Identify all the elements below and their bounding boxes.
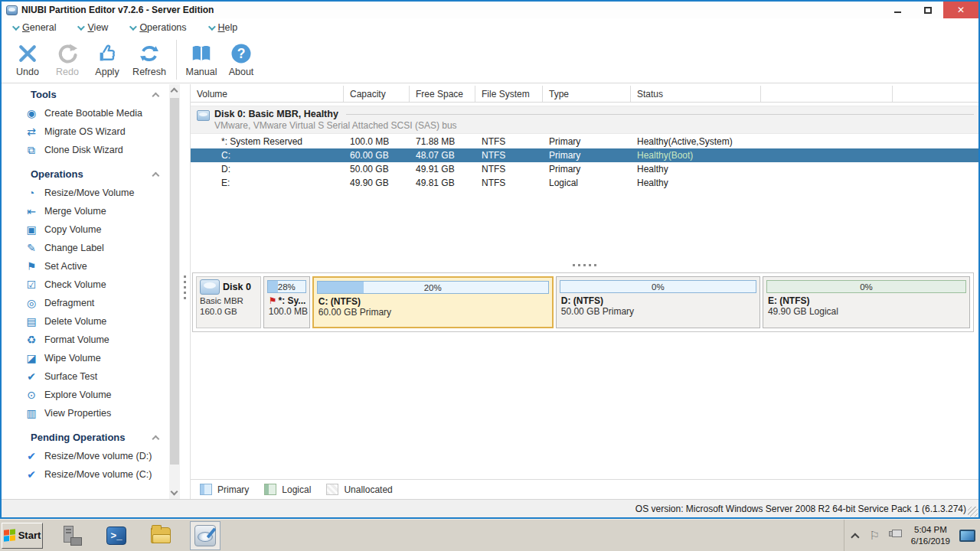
pending-check-icon: ✔ [24, 450, 38, 462]
undo-icon [16, 42, 39, 65]
resize-grip[interactable] [968, 507, 978, 517]
display-icon[interactable] [959, 530, 975, 542]
divider [346, 114, 974, 115]
close-icon: ✕ [957, 5, 965, 15]
sidebar-item-resize-move-volume[interactable]: ◔ Resize/Move Volume [2, 184, 180, 202]
manual-book-icon [190, 42, 213, 65]
start-button[interactable]: Start [2, 523, 43, 549]
sidebar-section-operations[interactable]: Operations [2, 164, 180, 184]
column-header-free-space[interactable]: Free Space [410, 86, 475, 102]
partition-block-system-reserved[interactable]: 28% ⚑*: Sy... 100.0 MB [263, 276, 310, 328]
toolbar: Undo Redo Apply [2, 37, 978, 83]
sidebar-scrollbar[interactable] [169, 84, 180, 499]
partition-block-c[interactable]: 20% C: (NTFS) 60.00 GB Primary [312, 276, 554, 328]
action-center-flag-icon[interactable]: ⚐ [869, 529, 879, 543]
column-header-capacity[interactable]: Capacity [344, 86, 410, 102]
sidebar-item-check-volume[interactable]: ☑ Check Volume [2, 276, 180, 294]
column-header-file-system[interactable]: File System [475, 86, 543, 102]
taskbar-powershell-button[interactable]: >_ [101, 521, 132, 550]
sidebar-item-create-bootable-media[interactable]: ◉ Create Bootable Media [2, 104, 180, 122]
partition-detail: 60.00 GB Primary [314, 307, 552, 318]
horizontal-splitter[interactable] [191, 260, 978, 269]
table-row-c[interactable]: C: 60.00 GB 48.07 GB NTFS Primary Health… [191, 148, 978, 162]
menubar: General View Operations Help [2, 18, 978, 37]
column-header-volume[interactable]: Volume [191, 86, 344, 102]
usage-bar: 0% [766, 280, 966, 293]
primary-swatch-icon [200, 484, 212, 495]
sidebar-item-delete-volume[interactable]: ▤ Delete Volume [2, 312, 180, 331]
disk-info-block[interactable]: Disk 0 Basic MBR 160.0 GB [196, 276, 261, 328]
apply-button[interactable]: Apply [87, 39, 127, 80]
menu-general[interactable]: General [12, 22, 56, 33]
server-manager-icon [62, 526, 82, 546]
system-tray: ⚐ 5:04 PM 6/16/2019 [844, 520, 980, 551]
table-row-system-reserved[interactable]: *: System Reserved 100.0 MB 71.88 MB NTF… [191, 135, 978, 148]
partition-block-d[interactable]: 0% D: (NTFS) 50.00 GB Primary [556, 276, 760, 328]
chevron-down-icon [12, 23, 20, 31]
sidebar-item-change-label[interactable]: ✎ Change Label [2, 239, 180, 257]
sidebar-item-explore-volume[interactable]: ⊙ Explore Volume [2, 386, 180, 404]
tray-expand-chevron-icon[interactable] [851, 533, 860, 541]
logical-swatch-icon [264, 484, 276, 495]
explore-volume-icon: ⊙ [24, 389, 38, 401]
sidebar-item-merge-volume[interactable]: ⇤ Merge Volume [2, 202, 180, 220]
sidebar: Tools ◉ Create Bootable Media ⇄ Migrate … [2, 84, 180, 499]
chevron-down-icon [129, 23, 137, 31]
statusbar: OS version: Microsoft Windows Server 200… [2, 499, 978, 517]
disk-group-row[interactable]: Disk 0: Basic MBR, Healthy VMware, VMwar… [191, 106, 978, 134]
sidebar-item-wipe-volume[interactable]: ◪ Wipe Volume [2, 349, 180, 367]
collapse-chevron-icon [152, 171, 159, 179]
column-header-type[interactable]: Type [543, 86, 631, 102]
sidebar-item-copy-volume[interactable]: ▣ Copy Volume [2, 220, 180, 239]
scroll-up-icon[interactable] [171, 88, 178, 96]
refresh-button[interactable]: Refresh [127, 39, 172, 80]
sidebar-item-migrate-os-wizard[interactable]: ⇄ Migrate OS Wizard [2, 122, 180, 141]
taskbar-file-explorer-button[interactable] [145, 521, 176, 550]
taskbar-niubi-button[interactable] [190, 521, 220, 550]
network-icon[interactable] [889, 530, 902, 541]
set-active-icon: ⚑ [24, 260, 38, 272]
scroll-down-icon[interactable] [171, 488, 178, 496]
partition-block-e[interactable]: 0% E: (NTFS) 49.90 GB Logical [763, 276, 970, 328]
sidebar-item-view-properties[interactable]: ▥ View Properties [2, 404, 180, 422]
table-row-e[interactable]: E: 49.90 GB 49.81 GB NTFS Logical Health… [191, 176, 978, 190]
unallocated-swatch-icon [326, 484, 338, 495]
taskbar-server-manager-button[interactable] [57, 521, 87, 550]
manual-button[interactable]: Manual [181, 39, 221, 80]
maximize-button[interactable] [913, 2, 943, 18]
sidebar-section-pending-operations[interactable]: Pending Operations [2, 427, 180, 447]
sidebar-item-surface-test[interactable]: ✔ Surface Test [2, 367, 180, 386]
legend-primary: Primary [200, 484, 249, 495]
legend-unallocated: Unallocated [326, 484, 392, 495]
menu-help[interactable]: Help [208, 22, 238, 33]
sidebar-item-set-active[interactable]: ⚑ Set Active [2, 257, 180, 276]
window-title: NIUBI Partition Editor v7.2.6 - Server E… [21, 5, 214, 15]
partition-detail: 50.00 GB Primary [557, 306, 760, 317]
pending-operation-resize-move-d[interactable]: ✔ Resize/Move volume (D:) [2, 447, 180, 465]
vertical-splitter[interactable] [180, 84, 190, 499]
partition-label: ⚑*: Sy... [264, 295, 309, 306]
table-row-d[interactable]: D: 50.00 GB 49.91 GB NTFS Primary Health… [191, 162, 978, 176]
scrollbar-thumb[interactable] [170, 98, 179, 465]
tray-clock[interactable]: 5:04 PM 6/16/2019 [911, 524, 950, 547]
menu-view[interactable]: View [77, 22, 108, 33]
partition-label: E: (NTFS) [763, 295, 969, 306]
niubi-partition-editor-window: NIUBI Partition Editor v7.2.6 - Server E… [0, 0, 980, 519]
column-header-status[interactable]: Status [631, 86, 761, 102]
menu-operations[interactable]: Operations [129, 22, 186, 33]
sidebar-item-format-volume[interactable]: ♻ Format Volume [2, 331, 180, 349]
usage-bar: 28% [267, 280, 306, 293]
change-label-icon: ✎ [24, 242, 38, 254]
sidebar-item-defragment[interactable]: ◎ Defragment [2, 294, 180, 312]
splitter-grip-icon [573, 264, 596, 266]
undo-button[interactable]: Undo [8, 39, 47, 80]
sidebar-item-clone-disk-wizard[interactable]: ⧉ Clone Disk Wizard [2, 141, 180, 159]
pending-operation-resize-move-c[interactable]: ✔ Resize/Move volume (C:) [2, 465, 180, 484]
chevron-down-icon [208, 23, 216, 31]
usage-bar: 20% [317, 281, 549, 294]
about-button[interactable]: ? About [221, 39, 261, 80]
close-button[interactable]: ✕ [943, 2, 978, 18]
minimize-button[interactable] [882, 2, 913, 18]
sidebar-section-tools[interactable]: Tools [2, 84, 180, 104]
resize-move-icon: ◔ [24, 187, 38, 199]
